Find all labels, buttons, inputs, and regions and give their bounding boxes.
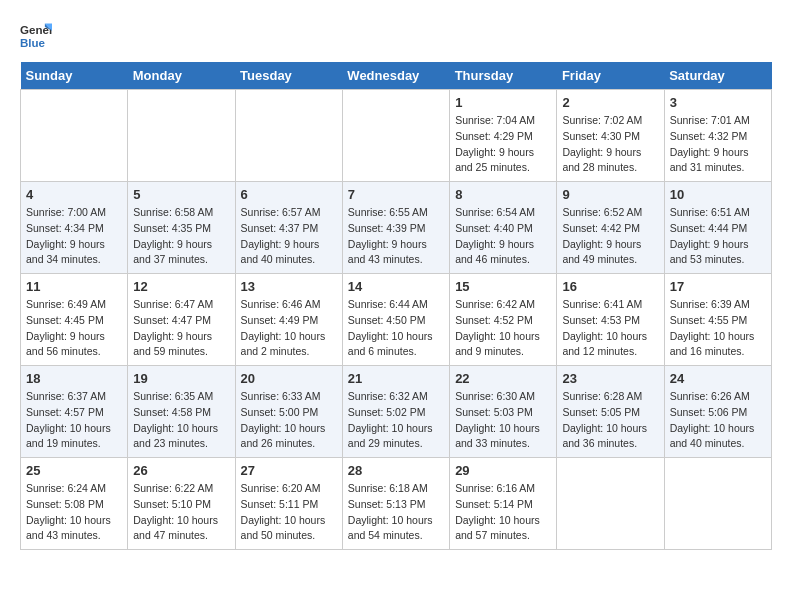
day-number: 17 xyxy=(670,279,766,294)
calendar-cell: 20Sunrise: 6:33 AM Sunset: 5:00 PM Dayli… xyxy=(235,366,342,458)
calendar-cell: 13Sunrise: 6:46 AM Sunset: 4:49 PM Dayli… xyxy=(235,274,342,366)
calendar-cell: 29Sunrise: 6:16 AM Sunset: 5:14 PM Dayli… xyxy=(450,458,557,550)
day-info: Sunrise: 6:55 AM Sunset: 4:39 PM Dayligh… xyxy=(348,205,444,268)
calendar-cell: 22Sunrise: 6:30 AM Sunset: 5:03 PM Dayli… xyxy=(450,366,557,458)
col-header-sunday: Sunday xyxy=(21,62,128,90)
day-number: 11 xyxy=(26,279,122,294)
day-number: 14 xyxy=(348,279,444,294)
calendar-cell: 23Sunrise: 6:28 AM Sunset: 5:05 PM Dayli… xyxy=(557,366,664,458)
calendar-cell: 18Sunrise: 6:37 AM Sunset: 4:57 PM Dayli… xyxy=(21,366,128,458)
calendar-cell: 26Sunrise: 6:22 AM Sunset: 5:10 PM Dayli… xyxy=(128,458,235,550)
calendar-cell xyxy=(664,458,771,550)
day-info: Sunrise: 6:35 AM Sunset: 4:58 PM Dayligh… xyxy=(133,389,229,452)
day-info: Sunrise: 7:04 AM Sunset: 4:29 PM Dayligh… xyxy=(455,113,551,176)
calendar-cell: 8Sunrise: 6:54 AM Sunset: 4:40 PM Daylig… xyxy=(450,182,557,274)
day-info: Sunrise: 6:18 AM Sunset: 5:13 PM Dayligh… xyxy=(348,481,444,544)
day-info: Sunrise: 6:42 AM Sunset: 4:52 PM Dayligh… xyxy=(455,297,551,360)
day-number: 25 xyxy=(26,463,122,478)
day-number: 19 xyxy=(133,371,229,386)
day-number: 3 xyxy=(670,95,766,110)
day-info: Sunrise: 6:32 AM Sunset: 5:02 PM Dayligh… xyxy=(348,389,444,452)
day-number: 20 xyxy=(241,371,337,386)
day-info: Sunrise: 6:16 AM Sunset: 5:14 PM Dayligh… xyxy=(455,481,551,544)
week-row-3: 11Sunrise: 6:49 AM Sunset: 4:45 PM Dayli… xyxy=(21,274,772,366)
calendar-table: SundayMondayTuesdayWednesdayThursdayFrid… xyxy=(20,62,772,550)
day-number: 26 xyxy=(133,463,229,478)
calendar-cell: 4Sunrise: 7:00 AM Sunset: 4:34 PM Daylig… xyxy=(21,182,128,274)
calendar-cell: 11Sunrise: 6:49 AM Sunset: 4:45 PM Dayli… xyxy=(21,274,128,366)
calendar-cell xyxy=(128,90,235,182)
col-header-wednesday: Wednesday xyxy=(342,62,449,90)
day-info: Sunrise: 6:39 AM Sunset: 4:55 PM Dayligh… xyxy=(670,297,766,360)
calendar-cell: 2Sunrise: 7:02 AM Sunset: 4:30 PM Daylig… xyxy=(557,90,664,182)
day-info: Sunrise: 6:37 AM Sunset: 4:57 PM Dayligh… xyxy=(26,389,122,452)
calendar-cell: 10Sunrise: 6:51 AM Sunset: 4:44 PM Dayli… xyxy=(664,182,771,274)
logo-icon: General Blue xyxy=(20,20,52,52)
week-row-4: 18Sunrise: 6:37 AM Sunset: 4:57 PM Dayli… xyxy=(21,366,772,458)
day-info: Sunrise: 6:44 AM Sunset: 4:50 PM Dayligh… xyxy=(348,297,444,360)
day-info: Sunrise: 6:30 AM Sunset: 5:03 PM Dayligh… xyxy=(455,389,551,452)
calendar-cell: 7Sunrise: 6:55 AM Sunset: 4:39 PM Daylig… xyxy=(342,182,449,274)
day-info: Sunrise: 6:41 AM Sunset: 4:53 PM Dayligh… xyxy=(562,297,658,360)
calendar-cell: 21Sunrise: 6:32 AM Sunset: 5:02 PM Dayli… xyxy=(342,366,449,458)
day-info: Sunrise: 6:51 AM Sunset: 4:44 PM Dayligh… xyxy=(670,205,766,268)
day-number: 23 xyxy=(562,371,658,386)
calendar-cell: 1Sunrise: 7:04 AM Sunset: 4:29 PM Daylig… xyxy=(450,90,557,182)
calendar-cell: 3Sunrise: 7:01 AM Sunset: 4:32 PM Daylig… xyxy=(664,90,771,182)
day-number: 2 xyxy=(562,95,658,110)
calendar-cell xyxy=(21,90,128,182)
day-number: 4 xyxy=(26,187,122,202)
day-number: 22 xyxy=(455,371,551,386)
week-row-5: 25Sunrise: 6:24 AM Sunset: 5:08 PM Dayli… xyxy=(21,458,772,550)
col-header-tuesday: Tuesday xyxy=(235,62,342,90)
day-number: 1 xyxy=(455,95,551,110)
calendar-cell xyxy=(235,90,342,182)
svg-text:Blue: Blue xyxy=(20,37,46,49)
day-info: Sunrise: 7:01 AM Sunset: 4:32 PM Dayligh… xyxy=(670,113,766,176)
page-header: General Blue xyxy=(20,20,772,52)
day-number: 9 xyxy=(562,187,658,202)
day-number: 10 xyxy=(670,187,766,202)
week-row-2: 4Sunrise: 7:00 AM Sunset: 4:34 PM Daylig… xyxy=(21,182,772,274)
day-number: 16 xyxy=(562,279,658,294)
col-header-monday: Monday xyxy=(128,62,235,90)
day-number: 5 xyxy=(133,187,229,202)
calendar-cell: 24Sunrise: 6:26 AM Sunset: 5:06 PM Dayli… xyxy=(664,366,771,458)
day-info: Sunrise: 6:54 AM Sunset: 4:40 PM Dayligh… xyxy=(455,205,551,268)
day-number: 28 xyxy=(348,463,444,478)
day-number: 12 xyxy=(133,279,229,294)
day-info: Sunrise: 6:49 AM Sunset: 4:45 PM Dayligh… xyxy=(26,297,122,360)
day-number: 7 xyxy=(348,187,444,202)
week-row-1: 1Sunrise: 7:04 AM Sunset: 4:29 PM Daylig… xyxy=(21,90,772,182)
day-number: 21 xyxy=(348,371,444,386)
calendar-cell xyxy=(342,90,449,182)
calendar-cell: 14Sunrise: 6:44 AM Sunset: 4:50 PM Dayli… xyxy=(342,274,449,366)
day-info: Sunrise: 6:33 AM Sunset: 5:00 PM Dayligh… xyxy=(241,389,337,452)
calendar-cell: 17Sunrise: 6:39 AM Sunset: 4:55 PM Dayli… xyxy=(664,274,771,366)
day-number: 24 xyxy=(670,371,766,386)
day-info: Sunrise: 6:20 AM Sunset: 5:11 PM Dayligh… xyxy=(241,481,337,544)
calendar-cell: 16Sunrise: 6:41 AM Sunset: 4:53 PM Dayli… xyxy=(557,274,664,366)
col-header-saturday: Saturday xyxy=(664,62,771,90)
day-number: 15 xyxy=(455,279,551,294)
day-number: 29 xyxy=(455,463,551,478)
col-header-friday: Friday xyxy=(557,62,664,90)
day-number: 18 xyxy=(26,371,122,386)
day-info: Sunrise: 6:26 AM Sunset: 5:06 PM Dayligh… xyxy=(670,389,766,452)
calendar-cell: 5Sunrise: 6:58 AM Sunset: 4:35 PM Daylig… xyxy=(128,182,235,274)
day-number: 13 xyxy=(241,279,337,294)
calendar-cell: 6Sunrise: 6:57 AM Sunset: 4:37 PM Daylig… xyxy=(235,182,342,274)
logo: General Blue xyxy=(20,20,52,52)
day-info: Sunrise: 7:02 AM Sunset: 4:30 PM Dayligh… xyxy=(562,113,658,176)
day-info: Sunrise: 6:52 AM Sunset: 4:42 PM Dayligh… xyxy=(562,205,658,268)
calendar-cell: 15Sunrise: 6:42 AM Sunset: 4:52 PM Dayli… xyxy=(450,274,557,366)
day-info: Sunrise: 6:47 AM Sunset: 4:47 PM Dayligh… xyxy=(133,297,229,360)
day-info: Sunrise: 7:00 AM Sunset: 4:34 PM Dayligh… xyxy=(26,205,122,268)
calendar-cell: 25Sunrise: 6:24 AM Sunset: 5:08 PM Dayli… xyxy=(21,458,128,550)
day-info: Sunrise: 6:24 AM Sunset: 5:08 PM Dayligh… xyxy=(26,481,122,544)
day-number: 8 xyxy=(455,187,551,202)
calendar-header-row: SundayMondayTuesdayWednesdayThursdayFrid… xyxy=(21,62,772,90)
day-number: 27 xyxy=(241,463,337,478)
calendar-body: 1Sunrise: 7:04 AM Sunset: 4:29 PM Daylig… xyxy=(21,90,772,550)
calendar-cell xyxy=(557,458,664,550)
